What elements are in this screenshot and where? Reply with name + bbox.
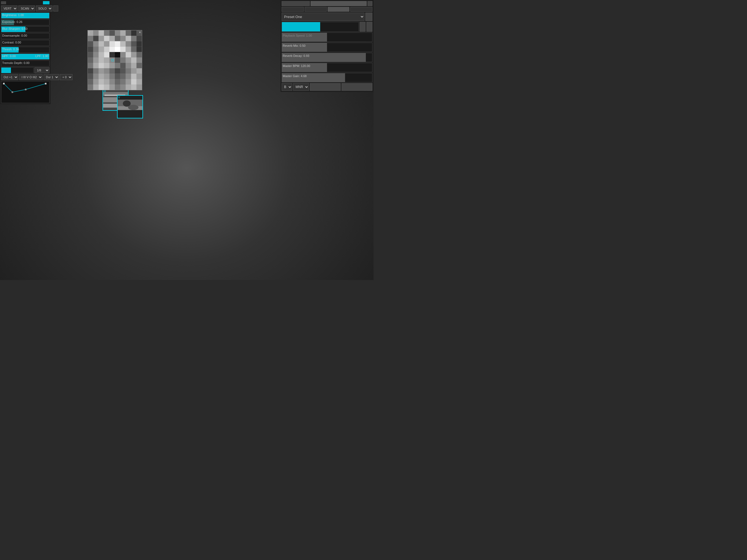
svg-rect-86 — [115, 74, 120, 79]
tremolo-rate-track[interactable] — [1, 67, 34, 73]
svg-rect-93 — [99, 79, 104, 84]
thresh-track[interactable]: Thresh: 0.36 — [1, 47, 50, 53]
downsample-label: Downsample: 0.00 — [2, 34, 27, 37]
svg-rect-89 — [131, 74, 136, 79]
tremolo-depth-slider-row: Tremolo Depth: 0.00 — [1, 60, 50, 67]
limitr-button[interactable] — [341, 83, 372, 91]
exposure-track[interactable]: Exposure: 0.26 — [1, 19, 50, 25]
solo-select[interactable]: SOLO — [36, 5, 52, 11]
svg-rect-72 — [93, 68, 99, 74]
svg-rect-78 — [126, 68, 131, 74]
svg-rect-75 — [109, 68, 115, 74]
svg-rect-105 — [109, 84, 115, 90]
main-panel-close[interactable]: ✕ — [138, 31, 141, 34]
svg-rect-17 — [120, 36, 126, 41]
img-button[interactable] — [282, 7, 304, 12]
blur-sharpen-track[interactable]: Blur-Sharpen: 0.50 — [1, 26, 50, 32]
palette-button[interactable] — [311, 1, 367, 6]
svg-rect-44 — [104, 52, 109, 57]
svg-rect-53 — [99, 57, 104, 63]
main-video-panel[interactable]: I ✕ — [87, 30, 142, 90]
playback-speed-row: Playback Speed: 1.00 — [282, 32, 372, 42]
region-handle-ii[interactable] — [111, 59, 114, 61]
svg-rect-57 — [120, 57, 126, 63]
reverb-decay-fill — [282, 53, 366, 62]
svg-rect-4 — [104, 30, 109, 36]
save-button[interactable] — [365, 12, 372, 21]
dur-select[interactable]: Dur 1 — [44, 74, 59, 80]
master-bpm-fill — [282, 63, 327, 72]
hpf-lpf-slider-row: HPF: 0.00 LPF: 1.00 — [1, 54, 50, 59]
svg-rect-8 — [126, 30, 131, 36]
svg-rect-36 — [115, 47, 120, 52]
hpf-lpf-fill — [1, 54, 49, 59]
rate-select[interactable]: 1/8 — [34, 67, 50, 73]
svg-rect-43 — [99, 52, 104, 57]
preset-select[interactable]: Preset One — [282, 12, 364, 21]
reverb-mix-track[interactable]: Reverb Mix: 0.50 — [282, 43, 372, 52]
reverb-mix-fill — [282, 43, 327, 52]
svg-rect-37 — [120, 47, 126, 52]
exposure-fill — [1, 20, 14, 25]
svg-rect-87 — [120, 74, 126, 79]
add-button[interactable] — [53, 5, 58, 11]
svg-rect-79 — [131, 68, 136, 74]
b-select[interactable]: B — [282, 83, 292, 91]
right-top-row — [282, 1, 372, 6]
bg-row — [282, 22, 372, 32]
reverb-decay-row: Reverb Decay: 0.93 — [282, 53, 372, 62]
svg-rect-42 — [93, 52, 99, 57]
reverb-decay-track[interactable]: Reverb Decay: 0.93 — [282, 53, 372, 62]
svg-rect-95 — [109, 79, 115, 84]
oct-select[interactable]: Oct +1 — [1, 74, 18, 80]
eqlz-button[interactable] — [360, 22, 366, 32]
region-box-v[interactable]: V — [117, 95, 143, 119]
rec-button[interactable] — [350, 7, 372, 12]
main-panel-label: I — [88, 31, 89, 34]
tremolo-depth-track[interactable]: Tremolo Depth: 0.00 — [1, 60, 50, 67]
bg-track[interactable] — [282, 22, 359, 32]
vid-button[interactable] — [305, 7, 327, 12]
svg-rect-64 — [104, 63, 109, 68]
right-panel: Preset One Playback Speed: 1.00 Reverb M… — [281, 0, 374, 92]
info-button[interactable] — [282, 1, 310, 6]
cam-button[interactable] — [328, 7, 350, 12]
svg-rect-46 — [115, 52, 120, 57]
brightness-track[interactable]: Brightness: 1.00 — [1, 12, 50, 19]
brightness-slider-row: Brightness: 1.00 — [1, 12, 50, 19]
reverb-mix-row: Reverb Mix: 0.50 — [282, 43, 372, 52]
thresh-slider-row: Thresh: 0.36 — [1, 47, 50, 53]
svg-rect-21 — [88, 41, 93, 47]
preset-row: Preset One — [282, 12, 372, 21]
svg-rect-41 — [88, 52, 93, 57]
clrbg-button[interactable] — [366, 22, 372, 32]
svg-rect-14 — [104, 36, 109, 41]
playback-speed-track[interactable]: Playback Speed: 1.00 — [282, 32, 372, 42]
svg-rect-58 — [126, 57, 131, 63]
left-nav-arrow[interactable] — [1, 1, 6, 4]
svg-rect-33 — [99, 47, 104, 52]
bg-fill — [282, 22, 320, 31]
downsample-track[interactable]: Downsample: 0.00 — [1, 33, 50, 39]
contrast-track[interactable]: Contrast: 0.00 — [1, 40, 50, 46]
envelope-curve[interactable] — [1, 81, 50, 103]
master-bpm-track[interactable]: Master BPM: 120.00 — [282, 63, 372, 72]
audio-controls-row: B MNR — [282, 83, 372, 91]
scan-select[interactable]: SCAN — [18, 5, 35, 11]
touch-button[interactable] — [43, 1, 50, 4]
right-nav-arrow[interactable] — [367, 1, 372, 6]
svg-rect-22 — [93, 41, 99, 47]
chord-select[interactable]: I III V O III2 — [19, 74, 43, 80]
svg-rect-24 — [104, 41, 109, 47]
svg-rect-3 — [99, 30, 104, 36]
svg-rect-106 — [115, 84, 120, 90]
hpf-lpf-track[interactable]: HPF: 0.00 LPF: 1.00 — [1, 54, 50, 59]
master-gain-fill — [282, 73, 345, 82]
svg-rect-109 — [131, 84, 136, 90]
svg-rect-40 — [136, 47, 142, 52]
stereo-button[interactable] — [310, 83, 341, 91]
master-gain-track[interactable]: Master Gain: 4.68 — [282, 73, 372, 82]
mnr-select[interactable]: MNR — [293, 83, 309, 91]
vert-select[interactable]: VERT — [1, 5, 18, 11]
offset-select[interactable]: + 0 — [60, 74, 73, 80]
